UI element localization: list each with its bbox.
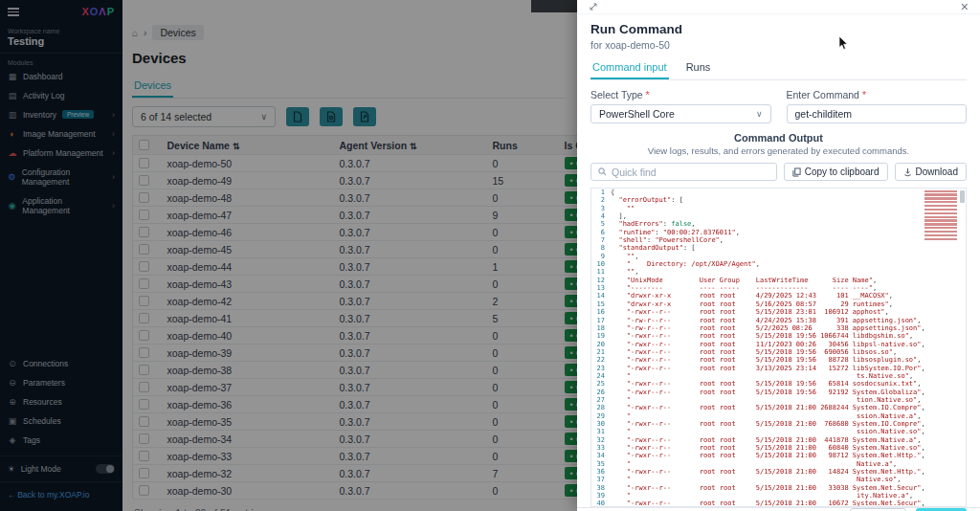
line-number: 31 (591, 428, 611, 435)
editor-lines: 1{2 "errorOutput": [3 ""4 ],5 "hadErrors… (591, 189, 966, 507)
editor-line: 29 " ssion.Native.a", (591, 412, 966, 420)
line-number: 1 (591, 189, 611, 196)
editor-line: 15 "drwxr-xr-x root root 5/16/2025 08:57… (591, 300, 966, 308)
line-number: 23 (591, 365, 611, 372)
quick-find-box (590, 163, 777, 181)
line-number: 26 (591, 389, 611, 396)
tab-runs[interactable]: Runs (684, 58, 713, 79)
line-number: 4 (591, 212, 611, 220)
line-number: 2 (591, 196, 611, 204)
close-icon[interactable]: × (961, 0, 969, 13)
editor-minimap[interactable] (924, 190, 957, 242)
download-button[interactable]: Download (895, 163, 967, 181)
line-number: 19 (591, 332, 611, 340)
editor-line: 30 "-rwxr--r-- root root 5/15/2018 21:00… (591, 420, 966, 428)
editor-line: 8 "standardOutput": [ (591, 244, 966, 252)
editor-line: 11 "", (591, 268, 966, 276)
line-number: 10 (591, 260, 611, 268)
copy-to-clipboard-button[interactable]: Copy to clipboard (784, 163, 888, 181)
editor-line: 25 "-rwxr--r-- root root 5/15/2018 19:56… (591, 380, 966, 388)
editor-line: 14 "drwxr-xr-x root root 4/29/2025 12:43… (591, 292, 966, 300)
quick-find-input[interactable] (612, 167, 769, 178)
command-output-editor[interactable]: 1{2 "errorOutput": [3 ""4 ],5 "hadErrors… (590, 188, 967, 507)
editor-line: 23 "-rwxr--r-- root root 3/13/2025 23:14… (591, 365, 966, 372)
editor-line: 12 "UnixMode User Group LastWriteTime Si… (591, 277, 966, 284)
search-icon (598, 167, 607, 176)
editor-line: 33 "-rwxr--r-- root root 5/15/2018 21:00… (591, 444, 966, 452)
command-input[interactable] (795, 108, 959, 120)
editor-line: 4 ], (591, 212, 966, 220)
line-number: 21 (591, 348, 611, 356)
editor-line: 5 "hadErrors": false, (591, 220, 966, 228)
editor-line: 6 "runTime": "00:00:27.8376011", (591, 229, 966, 236)
editor-line: 21 "-rwxr--r-- root root 5/15/2018 19:56… (591, 348, 966, 356)
editor-line: 37 " Native.so", (591, 476, 966, 483)
line-number: 38 (591, 484, 611, 492)
line-number: 39 (591, 492, 611, 500)
editor-line: 28 "-rwxr--r-- root root 5/15/2018 21:00… (591, 404, 966, 411)
line-number: 12 (591, 277, 611, 284)
tab-command-input[interactable]: Command input (590, 58, 669, 79)
editor-line: 22 "-rwxr--r-- root root 5/15/2018 19:56… (591, 356, 966, 364)
line-number: 40 (591, 500, 611, 507)
editor-line: 13 "-------- ---- ----- ------------- --… (591, 284, 966, 292)
editor-scrollbar[interactable] (960, 190, 965, 203)
editor-line: 19 "-rwxr--r-- root root 5/15/2018 19:56… (591, 332, 966, 340)
line-number: 37 (591, 476, 611, 483)
editor-line: 27 " tion.Native.so", (591, 396, 966, 404)
run-command-modal: × Run Command for xoap-demo-50 Command i… (577, 0, 980, 511)
line-number: 7 (591, 236, 611, 244)
expand-modal-icon[interactable] (589, 2, 598, 11)
editor-line: 3 "" (591, 205, 966, 212)
chevron-down-icon: ∨ (756, 109, 763, 119)
line-number: 24 (591, 372, 611, 380)
line-number: 30 (591, 420, 611, 428)
editor-line: 16 "-rwxr--r-- root root 5/15/2018 23:01… (591, 308, 966, 316)
line-number: 15 (591, 300, 611, 308)
line-number: 34 (591, 452, 611, 459)
line-number: 8 (591, 244, 611, 252)
line-number: 3 (591, 205, 611, 212)
line-number: 6 (591, 229, 611, 236)
editor-line: 36 "-rwxr--r-- root root 5/15/2018 21:00… (591, 468, 966, 476)
editor-line: 7 "shell": "PowershellCore", (591, 236, 966, 244)
shell-type-select[interactable]: PowerShell Core ∨ (590, 104, 771, 123)
select-type-label: Select Type * (590, 89, 771, 100)
editor-line: 20 "-rwxr--r-- root root 11/1/2023 00:26… (591, 341, 966, 348)
editor-line: 40 "-rwxr--r-- root root 5/15/2018 21:00… (591, 500, 966, 507)
line-number: 25 (591, 380, 611, 388)
modal-subtitle: for xoap-demo-50 (590, 39, 967, 51)
line-number: 29 (591, 412, 611, 420)
line-number: 18 (591, 324, 611, 332)
line-number: 13 (591, 284, 611, 292)
line-number: 32 (591, 436, 611, 444)
editor-line: 32 "-rwxr--r-- root root 5/15/2018 21:00… (591, 436, 966, 444)
editor-line: 39 " ity.Native.a", (591, 492, 966, 500)
line-number: 11 (591, 268, 611, 276)
line-number: 35 (591, 460, 611, 468)
line-number: 28 (591, 404, 611, 411)
editor-line: 34 "-rwxr--r-- root root 5/15/2018 21:00… (591, 452, 966, 459)
editor-line: 18 "-rw-r--r-- root root 5/2/2025 08:26 … (591, 324, 966, 332)
line-number: 27 (591, 396, 611, 404)
command-output-title: Command Output (590, 132, 967, 144)
modal-title: Run Command (590, 22, 967, 36)
line-number: 33 (591, 444, 611, 452)
editor-line: 35 " Native.a", (591, 460, 966, 468)
editor-line: 38 "-rwxr--r-- root root 5/15/2018 21:00… (591, 484, 966, 492)
line-number: 17 (591, 317, 611, 324)
line-number: 9 (591, 253, 611, 260)
line-number: 14 (591, 292, 611, 300)
line-number: 36 (591, 468, 611, 476)
line-number: 16 (591, 308, 611, 316)
line-number: 5 (591, 220, 611, 228)
editor-line: 9 "", (591, 253, 966, 260)
enter-command-label: Enter Command * (787, 89, 968, 100)
copy-icon (792, 167, 801, 177)
editor-line: 2 "errorOutput": [ (591, 196, 966, 204)
download-icon (903, 167, 912, 177)
line-number: 20 (591, 341, 611, 348)
editor-line: 26 "-rwxr--r-- root root 5/15/2018 19:56… (591, 389, 966, 396)
editor-line: 17 "-rw-r--r-- root root 4/24/2025 15:38… (591, 317, 966, 324)
editor-line: 1{ (591, 189, 966, 196)
